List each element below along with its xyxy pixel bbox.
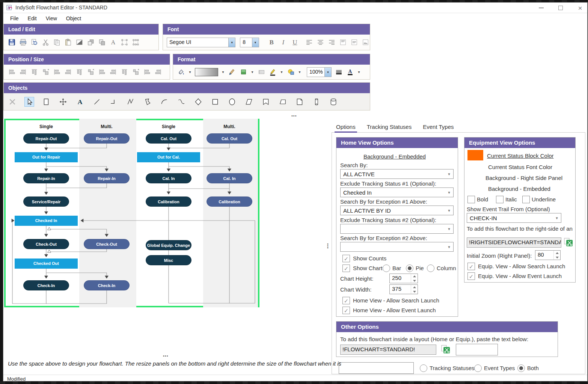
align-rights-icon[interactable] [19,68,27,76]
flowchart-node-calibration[interactable]: Calibration [146,197,191,207]
bold-checkbox[interactable] [467,196,475,203]
flowchart-node-check-out[interactable]: Check-Out [84,239,130,249]
chevron-down-icon[interactable]: ▾ [228,38,235,47]
flowchart-node-misc[interactable]: Misc [146,255,191,265]
bottom-filter-input[interactable] [339,362,414,374]
hatch-style-icon[interactable] [257,68,265,76]
valign-top-icon[interactable] [339,38,347,47]
flowchart-node-out-for-repair[interactable]: Out for Repair [15,152,78,162]
current-status-font-color-link[interactable]: Current Status Font Color [488,164,552,170]
flowchart-code-field[interactable]: !FLOWCHART=STANDARD! [340,345,436,355]
flowchart-node-check-out[interactable]: Check-Out [23,239,69,249]
flowchart-node-service-repair[interactable]: Service/Repair [23,197,69,207]
flowchart-scope-radio-tracking-statuses[interactable] [420,364,427,372]
exception-2-combobox[interactable]: ▾ [340,242,454,252]
exclude-status-1-combobox[interactable]: Checked In▾ [340,187,454,197]
chevron-down-icon[interactable]: ▾ [298,70,302,74]
chevron-down-icon[interactable]: ▾ [221,70,225,74]
vertical-splitter-handle[interactable]: ••• [327,243,329,249]
flowchart-node-global-equip-change[interactable]: Global Equip. Change [146,240,191,250]
underline-button[interactable]: U [291,39,299,46]
chevron-down-icon[interactable]: ▾ [357,70,361,74]
exception-1-combobox[interactable]: ALL ACTIVE BY ID▾ [340,206,454,215]
flowchart-node-repair-in[interactable]: Repair-In [84,173,130,183]
font-name-combobox[interactable]: Segoe UI ▾ [167,38,235,47]
document-tool-icon[interactable] [295,97,305,107]
font-color-icon[interactable]: A [346,68,354,76]
delete-icon[interactable] [8,97,17,107]
italic-button[interactable]: I [279,39,288,46]
flowchart-scope-radio-both[interactable] [517,364,525,372]
align-bottoms-icon[interactable] [53,68,61,76]
flowchart-node-repair-in[interactable]: Repair-In [23,173,69,183]
move-tool-icon[interactable] [58,97,68,107]
same-size-icon[interactable] [98,68,106,76]
cylinder-small-tool-icon[interactable] [312,97,321,107]
print-preview-icon[interactable] [30,38,38,47]
align-middles-icon[interactable] [64,68,72,76]
copy-snippet-icon[interactable] [564,237,574,247]
menu-item-edit[interactable]: Edit [24,14,41,23]
format-painter-icon[interactable] [228,68,236,76]
ellipse-tool-icon[interactable] [227,97,237,107]
chart-width-spinner[interactable]: 375 [389,284,418,294]
copy-snippet-icon[interactable] [441,345,451,354]
close-icon[interactable]: × [576,4,584,12]
background-embedded-link[interactable]: Background - Embedded [363,153,426,160]
text-style-icon[interactable]: A [109,38,117,47]
background-embedded-link[interactable]: Background - Embedded [488,186,550,192]
space-across-icon[interactable] [109,68,117,76]
chevron-down-icon[interactable]: ▾ [324,68,331,77]
chevron-down-icon[interactable]: ▾ [445,190,453,195]
spin-up-icon[interactable] [413,275,416,277]
current-status-block-color-link[interactable]: Current Status Block Color [487,153,554,159]
background-right-side-panel-link[interactable]: Background - Right Side Panel [485,175,562,181]
bold-button[interactable]: B [267,39,276,46]
image-icon[interactable] [75,38,83,47]
chevron-down-icon[interactable]: ▾ [188,70,192,74]
flowchart-node-checked-out[interactable]: Checked Out [15,259,78,269]
flowchart-node-repair-out[interactable]: Repair-Out [23,133,69,144]
tab-event-types[interactable]: Event Types [421,123,455,133]
save-icon[interactable] [8,38,16,47]
align-lefts-icon[interactable] [8,68,16,76]
flowchart-node-checked-in[interactable]: Checked In [15,216,78,226]
cylinder-tool-icon[interactable] [329,97,338,107]
menu-item-object[interactable]: Object [62,14,85,23]
diamond-tool-icon[interactable] [193,97,203,107]
chevron-down-icon[interactable]: ▾ [445,172,453,177]
same-height-icon[interactable] [86,68,95,76]
chevron-down-icon[interactable]: ▾ [250,70,254,74]
space-down-icon[interactable] [120,68,128,76]
spin-down-icon[interactable] [413,280,416,282]
font-size-combobox[interactable]: 8 ▾ [240,38,259,47]
flowchart-node-cal-in[interactable]: Cal. In [207,173,252,183]
rightside-code-field[interactable]: !RIGHTSIDEFLOWCHART=STANDARD! [467,237,561,248]
rectangle-tool-icon[interactable] [210,97,220,107]
paste-icon[interactable] [64,38,72,47]
home-allow-search-checkbox[interactable] [342,297,350,304]
rectangle-frame-tool-icon[interactable] [41,97,51,107]
show-counts-checkbox[interactable] [342,255,350,262]
copy-icon[interactable] [53,38,61,47]
flowchart-scope-radio-event-types[interactable] [474,364,482,372]
banner-tool-icon[interactable] [261,97,271,107]
align-centers-icon[interactable] [30,68,38,76]
center-vertically-icon[interactable] [143,68,151,76]
valign-bottom-icon[interactable] [362,38,370,47]
flowchart-node-out-for-cal-[interactable]: Out for Cal. [137,152,200,162]
event-trail-combobox[interactable]: CHECK-IN▾ [467,213,561,223]
spin-up-icon[interactable] [556,252,559,254]
equip-allow-search-checkbox[interactable] [467,263,475,270]
chart-type-radio-bar[interactable] [383,265,390,272]
minimize-icon[interactable] [537,4,545,12]
spin-down-icon[interactable] [413,291,416,293]
select-region-icon[interactable] [120,38,128,47]
elbow-line-tool-icon[interactable] [109,97,119,107]
home-allow-event-checkbox[interactable] [342,307,350,314]
snap-size-icon[interactable] [154,68,162,76]
same-width-icon[interactable] [75,68,83,76]
zigzag-line-tool-icon[interactable] [126,97,136,107]
flowchart-node-cal-out[interactable]: Cal. Out [207,133,252,144]
arc-tool-icon[interactable] [160,97,169,107]
